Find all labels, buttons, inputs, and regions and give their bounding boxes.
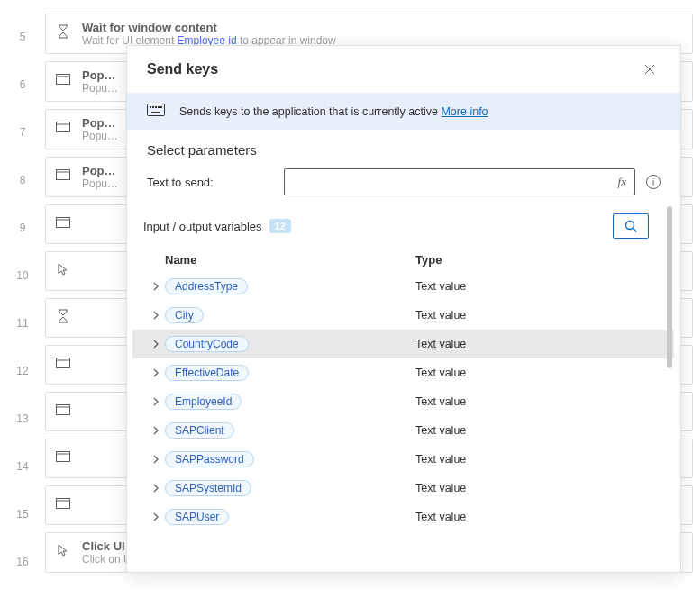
- variable-type: Text value: [415, 367, 674, 379]
- variable-row[interactable]: CityText value: [132, 301, 674, 330]
- variable-row[interactable]: EmployeeIdText value: [132, 387, 674, 416]
- variable-type: Text value: [415, 338, 674, 350]
- window-icon: [55, 402, 71, 418]
- line-number: 10: [16, 266, 28, 313]
- param-text-to-send: Text to send: fx i: [127, 161, 680, 203]
- chevron-right-icon[interactable]: [147, 397, 165, 406]
- variable-type: Text value: [415, 395, 674, 408]
- variable-name-pill: SAPSystemId: [165, 480, 251, 496]
- variable-name-pill: EffectiveDate: [165, 365, 249, 381]
- window-icon: [55, 167, 71, 183]
- search-button[interactable]: [613, 213, 649, 239]
- window-icon: [55, 448, 71, 465]
- line-number: 14: [16, 457, 28, 504]
- line-number: 7: [20, 122, 26, 170]
- col-name-header: Name: [165, 253, 415, 267]
- line-number: 16: [16, 552, 28, 600]
- line-number-gutter: 5678910111213141516: [0, 0, 45, 616]
- variable-type: Text value: [415, 511, 674, 523]
- scrollbar-thumb[interactable]: [667, 206, 672, 368]
- keyboard-icon: [147, 104, 165, 119]
- svg-rect-22: [160, 106, 162, 108]
- window-icon: [55, 119, 71, 135]
- info-banner: Sends keys to the application that is cu…: [127, 93, 680, 130]
- svg-line-25: [633, 228, 636, 231]
- chevron-right-icon[interactable]: [147, 368, 165, 377]
- columns-header: Name Type: [132, 248, 674, 272]
- info-icon[interactable]: i: [646, 175, 661, 189]
- variable-row[interactable]: AddressTypeText value: [132, 272, 674, 301]
- variable-row[interactable]: SAPPasswordText value: [132, 445, 674, 474]
- variable-count-badge: 12: [269, 219, 291, 233]
- variable-list[interactable]: AddressTypeText valueCityText valueCount…: [132, 272, 674, 531]
- close-icon: [644, 64, 655, 75]
- more-info-link[interactable]: More info: [441, 105, 488, 118]
- svg-rect-21: [158, 106, 160, 108]
- line-number: 5: [20, 27, 26, 75]
- variable-type: Text value: [415, 482, 674, 494]
- svg-rect-10: [57, 405, 70, 415]
- window-icon: [55, 214, 71, 231]
- svg-rect-8: [57, 358, 70, 368]
- line-number: 15: [16, 504, 28, 552]
- svg-rect-2: [57, 122, 70, 132]
- svg-rect-14: [57, 499, 70, 509]
- fx-button[interactable]: fx: [615, 175, 630, 189]
- param-label: Text to send:: [147, 176, 273, 189]
- close-button[interactable]: [639, 59, 661, 80]
- variable-name-pill: EmployeeId: [165, 394, 242, 410]
- variable-type: Text value: [415, 453, 674, 466]
- line-number: 12: [16, 361, 28, 409]
- chevron-right-icon[interactable]: [147, 512, 165, 521]
- dialog-title: Send keys: [147, 61, 218, 77]
- svg-rect-6: [57, 218, 70, 228]
- chevron-right-icon[interactable]: [147, 340, 165, 349]
- variable-row[interactable]: SAPSystemIdText value: [132, 474, 674, 503]
- svg-point-24: [625, 221, 634, 229]
- svg-rect-17: [148, 104, 165, 116]
- banner-text: Sends keys to the application that is cu…: [179, 105, 438, 118]
- hourglass-icon: [55, 308, 71, 324]
- variable-picker: Input / output variables 12 Name Type Ad…: [127, 203, 680, 572]
- picker-title: Input / output variables: [143, 220, 262, 233]
- svg-rect-20: [155, 106, 157, 108]
- variable-name-pill: City: [165, 307, 204, 323]
- variable-row[interactable]: SAPUserText value: [132, 503, 674, 531]
- text-to-send-input[interactable]: [284, 168, 635, 195]
- chevron-right-icon[interactable]: [147, 426, 165, 435]
- variable-name-pill: SAPPassword: [165, 451, 254, 467]
- chevron-right-icon[interactable]: [147, 311, 165, 320]
- cursor-icon: [55, 542, 71, 558]
- chevron-right-icon[interactable]: [147, 455, 165, 464]
- variable-row[interactable]: EffectiveDateText value: [132, 358, 674, 387]
- svg-rect-12: [57, 452, 70, 462]
- variable-name-pill: CountryCode: [165, 336, 249, 352]
- window-icon: [55, 71, 71, 87]
- step-title: Wait for window content: [82, 21, 683, 34]
- svg-rect-18: [150, 106, 151, 108]
- line-number: 6: [20, 75, 26, 122]
- variable-name-pill: AddressType: [165, 278, 248, 294]
- variable-name-pill: SAPUser: [165, 509, 229, 525]
- send-keys-dialog: Send keys Sends keys to the application …: [126, 45, 681, 573]
- variable-row[interactable]: CountryCodeText value: [132, 330, 674, 358]
- line-number: 11: [16, 313, 28, 361]
- variable-row[interactable]: SAPClientText value: [132, 416, 674, 445]
- window-icon: [55, 495, 71, 512]
- hourglass-icon: [55, 23, 71, 40]
- col-type-header: Type: [415, 253, 674, 267]
- chevron-right-icon[interactable]: [147, 484, 165, 493]
- chevron-right-icon[interactable]: [147, 282, 165, 291]
- section-title: Select parameters: [127, 130, 680, 161]
- svg-rect-0: [57, 75, 70, 85]
- variable-type: Text value: [415, 309, 674, 322]
- variable-type: Text value: [415, 424, 674, 437]
- window-icon: [55, 355, 71, 371]
- cursor-icon: [55, 261, 71, 277]
- variable-name-pill: SAPClient: [165, 422, 234, 439]
- variable-type: Text value: [415, 280, 674, 293]
- svg-rect-19: [152, 106, 154, 108]
- line-number: 9: [20, 218, 26, 266]
- svg-rect-4: [57, 170, 70, 180]
- search-icon: [625, 220, 638, 233]
